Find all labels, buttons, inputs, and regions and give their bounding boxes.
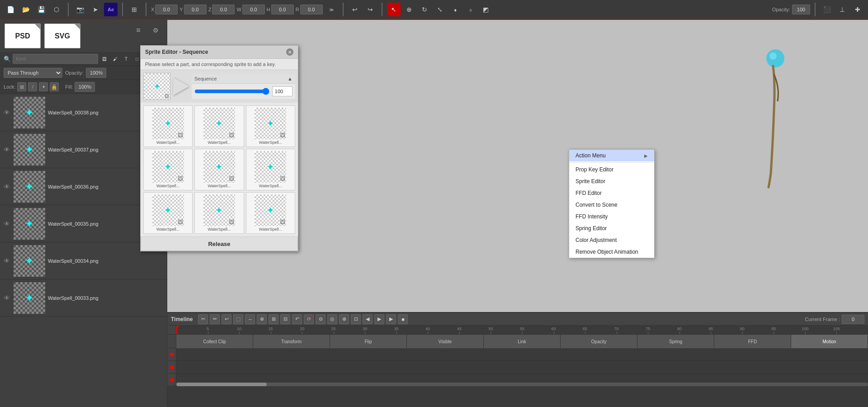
ctx-color-adjustment[interactable]: Color Adjustment — [569, 234, 654, 246]
send-btn[interactable]: ➤ — [89, 3, 102, 16]
search-icon[interactable]: 🔍 — [4, 56, 11, 62]
ctx-ffd-intensity[interactable]: FFD Intensity — [569, 211, 654, 222]
tl-btn-7[interactable]: ⊞ — [269, 314, 278, 324]
export-btn[interactable]: ⬡ — [50, 3, 63, 16]
sequence-collapse-btn[interactable]: ▲ — [288, 76, 292, 81]
channel-link[interactable]: Link — [484, 335, 561, 348]
tl-btn-4[interactable]: ⬚ — [233, 314, 243, 324]
release-btn[interactable]: Release — [141, 237, 298, 251]
lock-draw-btn[interactable]: / — [28, 82, 37, 91]
filter-img-btn[interactable]: 🖼 — [100, 54, 109, 63]
layer-eye-3[interactable]: 👁 — [4, 220, 10, 227]
bone-btn[interactable]: ⬧ — [448, 3, 462, 16]
z-input[interactable] — [212, 5, 235, 14]
dialog-close-btn[interactable]: ✕ — [286, 48, 293, 56]
tl-btn-1[interactable]: ✂ — [198, 314, 208, 324]
sprite-cell-7[interactable]: ✦ 🖼 WaterSpell... — [194, 192, 244, 234]
sprite-cell-0[interactable]: ✦ 🖼 WaterSpell... — [143, 105, 193, 147]
sprite-cell-8[interactable]: ✦ 🖼 WaterSpell... — [246, 192, 295, 234]
preview-btn[interactable]: ⬛ — [820, 3, 834, 16]
svg-icon[interactable]: SVG — [44, 24, 80, 48]
channel-motion[interactable]: Motion — [791, 335, 868, 348]
current-frame-input[interactable] — [842, 315, 864, 324]
layer-eye-2[interactable]: 👁 — [4, 183, 10, 190]
channel-visible[interactable]: Visible — [407, 335, 484, 348]
save-btn[interactable]: 💾 — [34, 3, 48, 16]
timeline-scrollbar-thumb[interactable] — [176, 383, 267, 386]
psd-icon[interactable]: PSD — [5, 24, 41, 48]
layer-eye-1[interactable]: 👁 — [4, 146, 10, 153]
lock-all-btn[interactable]: 🔒 — [50, 82, 59, 91]
add-btn[interactable]: ✚ — [851, 3, 864, 16]
h-input[interactable] — [271, 5, 294, 14]
ctx-action-menu[interactable]: Action Menu ▶ — [569, 150, 654, 161]
timeline-scrollbar[interactable] — [176, 383, 868, 386]
dialog-title-bar[interactable]: Sprite Editor - Sequence ✕ — [141, 46, 298, 59]
lock-move-btn[interactable]: ✦ — [39, 82, 48, 91]
sprite-cell-2[interactable]: ✦ 🖼 WaterSpell... — [246, 105, 295, 147]
sequence-value-input[interactable] — [272, 86, 292, 96]
channel-transform[interactable]: Transform — [253, 335, 330, 348]
tl-btn-9[interactable]: ↶ — [292, 314, 302, 324]
channel-opacity[interactable]: Opacity — [561, 335, 637, 348]
tl-fit-btn[interactable]: ⊡ — [351, 314, 361, 324]
redo-btn[interactable]: ↪ — [363, 3, 377, 16]
sprite-cell-4[interactable]: ✦ 🖼 WaterSpell... — [194, 149, 244, 190]
blend-mode-select[interactable]: Pass Through — [4, 68, 62, 78]
layer-eye-5[interactable]: 👁 — [4, 294, 10, 302]
search-input[interactable] — [13, 54, 98, 64]
tl-btn-3[interactable]: ↩ — [222, 314, 231, 324]
undo-btn[interactable]: ↩ — [348, 3, 362, 16]
channel-spring[interactable]: Spring — [637, 335, 714, 348]
tool6-btn[interactable]: ◩ — [479, 3, 493, 16]
ctx-sprite-editor[interactable]: Sprite Editor — [569, 175, 654, 187]
fill-input[interactable] — [75, 82, 95, 92]
x-input[interactable] — [155, 5, 178, 14]
tool5-btn[interactable]: ⬨ — [464, 3, 477, 16]
tl-zoom-out[interactable]: ⊖ — [316, 314, 326, 324]
panel-settings-btn[interactable]: ⚙ — [149, 24, 162, 37]
sequence-slider[interactable] — [194, 88, 269, 95]
select-btn[interactable]: ↖ — [387, 3, 401, 16]
tl-play-btn[interactable]: ▶ — [386, 314, 396, 324]
ctx-convert-to-scene[interactable]: Convert to Scene — [569, 199, 654, 211]
tl-btn-5[interactable]: ↔ — [245, 314, 255, 324]
tl-btn-6[interactable]: ⊕ — [257, 314, 267, 324]
sprite-cell-5[interactable]: ✦ 🖼 WaterSpell... — [246, 149, 295, 190]
layer-item-5[interactable]: 👁 ✦ WaterSpell_00033.png — [0, 279, 167, 317]
channel-ffd[interactable]: FFD — [714, 335, 791, 348]
tl-btn-10[interactable]: ⟳ — [304, 314, 314, 324]
sprite-cell-1[interactable]: ✦ 🖼 WaterSpell... — [194, 105, 244, 147]
grid-btn[interactable]: ⊞ — [127, 3, 141, 16]
scale-btn[interactable]: ⤡ — [433, 3, 447, 16]
ae-btn[interactable]: Ae — [104, 3, 118, 16]
filter-brush-btn[interactable]: 🖌 — [111, 54, 120, 63]
opacity-input[interactable] — [792, 5, 810, 14]
new-btn[interactable]: 📄 — [4, 3, 17, 16]
channel-flip[interactable]: Flip — [330, 335, 407, 348]
transform-btn[interactable]: ⊕ — [402, 3, 416, 16]
r-input[interactable] — [300, 5, 323, 14]
cam-btn[interactable]: 📷 — [73, 3, 87, 16]
snap-btn[interactable]: ⊥ — [835, 3, 849, 16]
layer-eye-4[interactable]: 👁 — [4, 257, 10, 265]
layer-eye-0[interactable]: 👁 — [4, 109, 10, 116]
lock-pos-btn[interactable]: ⊠ — [17, 82, 26, 91]
panel-menu-btn[interactable]: ≡ — [132, 24, 145, 37]
ctx-ffd-editor[interactable]: FFD Editor — [569, 187, 654, 199]
open-btn[interactable]: 📂 — [19, 3, 33, 16]
y-input[interactable] — [184, 5, 207, 14]
tl-btn-2[interactable]: ✏ — [210, 314, 220, 324]
more-btn[interactable]: ≫ — [325, 3, 338, 16]
sprite-cell-3[interactable]: ✦ 🖼 WaterSpell... — [143, 149, 193, 190]
ctx-spring-editor[interactable]: Spring Editor — [569, 222, 654, 234]
w-input[interactable] — [242, 5, 265, 14]
tl-stop-btn[interactable]: ■ — [398, 314, 408, 324]
tl-zoom-reset[interactable]: ◎ — [327, 314, 337, 324]
ctx-prop-key-editor[interactable]: Prop Key Editor — [569, 164, 654, 175]
tl-zoom-in[interactable]: ⊕ — [339, 314, 349, 324]
tl-next-key[interactable]: ▶ — [374, 314, 384, 324]
channel-collect-clip[interactable]: Collect Clip — [176, 335, 253, 348]
tl-btn-8[interactable]: ⊟ — [280, 314, 290, 324]
filter-text-btn[interactable]: T — [122, 54, 131, 63]
